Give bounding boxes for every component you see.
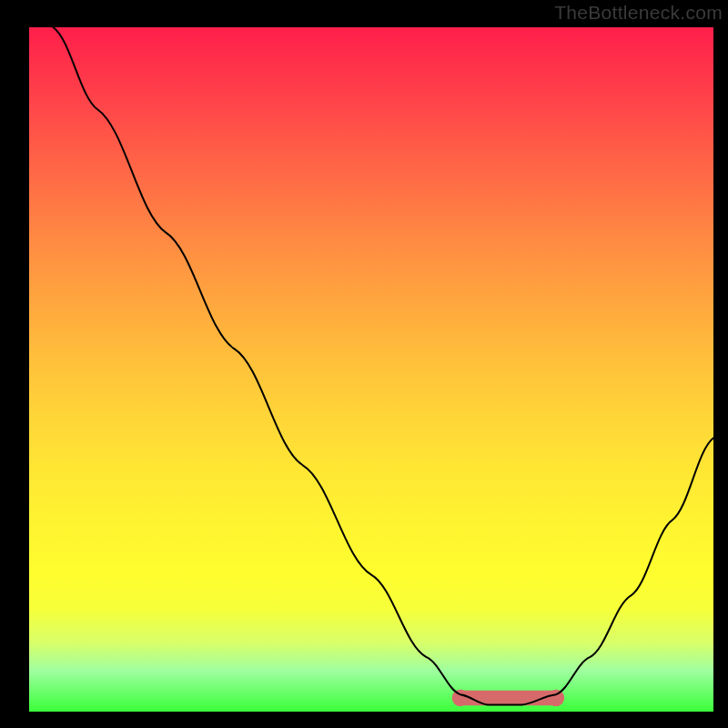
bottleneck-chart: TheBottleneck.com [0, 0, 728, 728]
band-endpoint-right [548, 690, 564, 706]
bottleneck-curve [53, 27, 713, 704]
watermark-text: TheBottleneck.com [554, 2, 723, 24]
curve-layer [29, 27, 713, 712]
plot-area [29, 27, 713, 712]
band-endpoint-left [452, 690, 469, 706]
